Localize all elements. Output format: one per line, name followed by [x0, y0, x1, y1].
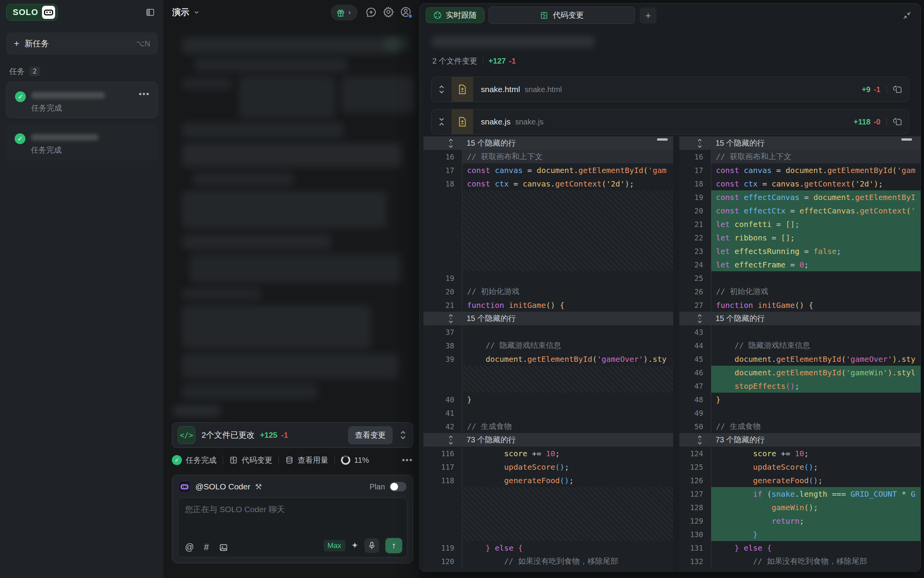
code-line: 119 } else { [423, 541, 673, 554]
code-line: 22let ribbons = []; [679, 231, 921, 244]
code-line: 127 if (snake.length === GRID_COUNT * G [679, 487, 921, 501]
hashtag-icon[interactable]: # [204, 542, 209, 553]
status-item[interactable]: 代码变更 [229, 455, 272, 465]
code-line: 43 [679, 325, 921, 339]
send-button[interactable]: ↑ [385, 538, 402, 553]
line-number: 26 [679, 285, 711, 298]
status-item[interactable]: 查看用量 [285, 455, 328, 465]
promo-button[interactable] [331, 5, 358, 20]
minimize-panel-icon[interactable] [902, 10, 912, 20]
files-changed-card[interactable]: </> 2个文件已更改 +125 -1 查看变更 [172, 422, 413, 448]
tab-separator [484, 11, 485, 20]
live-follow-icon [433, 11, 442, 20]
line-number: 21 [423, 298, 462, 312]
code-line: 17const canvas = document.getElementById… [679, 163, 921, 177]
expand-hidden-icon[interactable] [423, 136, 462, 150]
scrollbar-thumb[interactable] [901, 138, 912, 141]
task-status: 任务完成 [31, 145, 62, 155]
redacted-message-block [195, 59, 348, 72]
expand-hidden-icon[interactable] [423, 312, 462, 325]
view-changes-button[interactable]: 查看变更 [348, 426, 393, 444]
line-number: 17 [679, 163, 711, 177]
code-line: 21function initGame() { [423, 298, 673, 312]
line-number: 19 [423, 271, 462, 285]
line-number: 120 [423, 554, 462, 568]
redacted-message-block [341, 76, 415, 113]
line-number: 48 [679, 393, 711, 406]
chat-header: 演示 [165, 0, 419, 25]
code-line: 38 // 隐藏游戏结束信息 [423, 339, 673, 352]
line-number: 46 [679, 366, 711, 379]
redacted-message-block [193, 173, 294, 186]
solo-logo[interactable]: SOLO [6, 4, 58, 21]
settings-button[interactable] [383, 6, 394, 18]
tab-code-changes[interactable]: 代码变更 [489, 7, 635, 24]
status-item[interactable]: 11% [341, 455, 369, 465]
tab-live-follow[interactable]: 实时跟随 [426, 7, 484, 23]
project-dropdown[interactable]: 演示 [172, 7, 200, 18]
expand-hidden-icon[interactable] [679, 433, 711, 447]
task-card[interactable]: ✓任务完成 [6, 124, 158, 160]
line-number: 116 [423, 447, 462, 460]
redacted-message-block [182, 354, 398, 378]
hidden-lines-bar[interactable]: 73 个隐藏的行 [679, 433, 921, 447]
line-number: 49 [679, 406, 711, 420]
more-actions-icon[interactable]: ••• [402, 455, 413, 465]
plan-toggle[interactable] [390, 482, 407, 491]
new-chat-button[interactable] [365, 6, 377, 18]
tools-icon[interactable]: ⚒ [255, 482, 262, 491]
redacted-message-block [385, 37, 409, 50]
code-line: 42// 生成食物 [423, 420, 673, 433]
line-number: 124 [679, 447, 711, 460]
chevron-right-icon [347, 10, 352, 15]
new-tab-button[interactable]: + [640, 7, 657, 24]
redacted-message-block [190, 254, 401, 283]
status-item[interactable]: ✓任务完成 [172, 455, 217, 465]
attach-image-icon[interactable] [219, 543, 228, 552]
expand-hidden-icon[interactable] [423, 433, 462, 447]
task-card[interactable]: ✓任务完成••• [6, 82, 158, 118]
line-number: 41 [423, 406, 462, 420]
agent-name[interactable]: @SOLO Coder [195, 482, 250, 491]
hidden-lines-label: 73 个隐藏的行 [462, 433, 673, 447]
total-additions: +127 [489, 57, 506, 66]
hidden-lines-bar[interactable]: 15 个隐藏的行 [679, 136, 921, 150]
hidden-lines-bar[interactable]: 15 个隐藏的行 [423, 136, 673, 150]
redacted-message-block [182, 143, 402, 167]
file-row[interactable]: snake.jssnake.js+118-0 [431, 109, 909, 134]
line-number: 20 [679, 204, 711, 217]
usage-icon [285, 456, 294, 464]
code-line: 20// 初始化游戏 [423, 285, 673, 298]
code-line: 39 document.getElementById('gameOver').s… [423, 352, 673, 366]
hidden-lines-bar[interactable]: 15 个隐藏的行 [679, 312, 921, 325]
task-done-icon: ✓ [15, 91, 26, 102]
sidebar-collapse-icon[interactable] [145, 8, 155, 17]
code-line: 19 [423, 271, 673, 285]
enhance-prompt-icon[interactable]: ✦ [351, 541, 358, 551]
expand-file-icon[interactable] [432, 84, 452, 95]
hidden-lines-bar[interactable]: 15 个隐藏的行 [423, 312, 673, 325]
hidden-lines-bar[interactable]: 73 个隐藏的行 [423, 433, 673, 447]
mention-icon[interactable]: @ [185, 542, 194, 553]
microphone-button[interactable] [365, 538, 379, 553]
status-label: 查看用量 [297, 455, 328, 465]
task-menu-icon[interactable]: ••• [139, 89, 150, 99]
max-mode-badge[interactable]: Max [324, 540, 345, 551]
account-button[interactable] [400, 6, 412, 18]
collapse-file-icon[interactable] [432, 116, 452, 127]
new-task-button[interactable]: + 新任务 ⌥N [6, 32, 158, 55]
apply-file-icon[interactable] [893, 84, 903, 94]
code-line: 18const ctx = canvas.getContext('2d'); [679, 177, 921, 190]
additions-count: +125 [260, 431, 277, 440]
expand-hidden-icon[interactable] [679, 312, 711, 325]
message-input[interactable]: 您正在与 SOLO Coder 聊天 @ # Max ✦ ↑ [178, 497, 407, 558]
hidden-lines-label: 15 个隐藏的行 [711, 312, 921, 325]
expand-collapse-icon[interactable] [399, 430, 407, 440]
status-label: 11% [354, 456, 369, 465]
file-row[interactable]: snake.htmlsnake.html+9-1 [431, 77, 909, 102]
redacted-message-block [182, 234, 331, 250]
scrollbar-thumb[interactable] [657, 138, 668, 141]
apply-file-icon[interactable] [893, 117, 903, 127]
code-line: 40} [423, 393, 673, 406]
expand-hidden-icon[interactable] [679, 136, 711, 150]
